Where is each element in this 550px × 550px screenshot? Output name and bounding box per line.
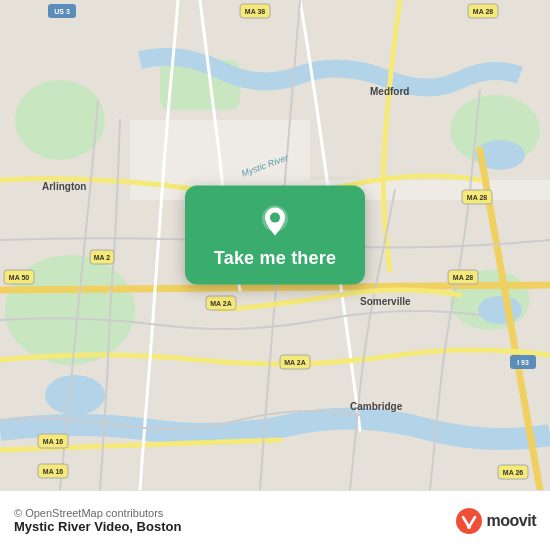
somerville-label: Somerville (360, 296, 411, 307)
svg-point-11 (45, 375, 105, 415)
ma2-badge-text: MA 2 (94, 254, 111, 261)
location-info: © OpenStreetMap contributors Mystic Rive… (14, 507, 181, 534)
attribution-text: © OpenStreetMap contributors (14, 507, 181, 519)
location-pin-icon (257, 204, 293, 240)
ma50-badge-text: MA 50 (9, 274, 29, 281)
ma16-2-badge-text: MA 16 (43, 468, 63, 475)
us3-badge-text: US 3 (54, 8, 70, 15)
svg-point-31 (270, 213, 280, 223)
moovit-text: moovit (487, 512, 536, 530)
svg-point-33 (467, 525, 471, 529)
map-container: Arlington Medford Somerville Cambridge M… (0, 0, 550, 490)
i93-badge-text: I 93 (517, 359, 529, 366)
action-label: Take me there (214, 248, 336, 269)
ma28-3-badge-text: MA 28 (453, 274, 473, 281)
ma28-mid-badge-text: MA 28 (467, 194, 487, 201)
svg-point-13 (478, 296, 522, 324)
arlington-label: Arlington (42, 181, 86, 192)
take-me-there-button[interactable]: Take me there (185, 186, 365, 285)
bottom-bar: © OpenStreetMap contributors Mystic Rive… (0, 490, 550, 550)
ma16-badge-text: MA 16 (43, 438, 63, 445)
medford-label: Medford (370, 86, 409, 97)
location-name: Mystic River Video, Boston (14, 519, 181, 534)
cambridge-label: Cambridge (350, 401, 403, 412)
moovit-logo: moovit (455, 507, 536, 535)
svg-point-32 (456, 508, 482, 534)
ma2a-1-badge-text: MA 2A (210, 300, 232, 307)
ma26-badge-text: MA 26 (503, 469, 523, 476)
ma2a-2-badge-text: MA 2A (284, 359, 306, 366)
ma28-top-badge-text: MA 28 (473, 8, 493, 15)
ma38-badge-text: MA 38 (245, 8, 265, 15)
svg-point-7 (15, 80, 105, 160)
moovit-icon (455, 507, 483, 535)
